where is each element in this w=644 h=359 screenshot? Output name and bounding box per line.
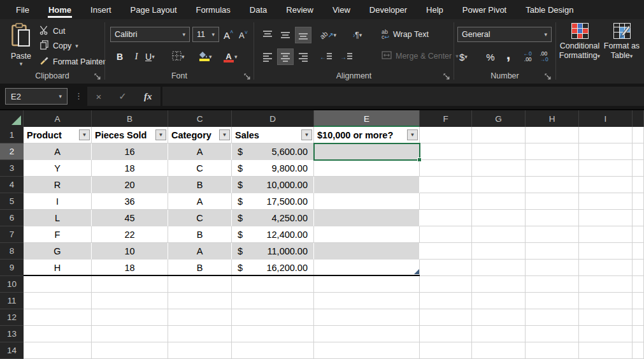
cell-C9[interactable]: B <box>168 260 232 276</box>
cell-E12[interactable] <box>314 309 420 326</box>
insert-function-icon[interactable]: fx <box>144 91 152 102</box>
cell-E9[interactable] <box>314 260 420 276</box>
menu-tab-file[interactable]: File <box>6 0 39 19</box>
cell-I2[interactable] <box>579 143 633 160</box>
cell-D3[interactable]: $9,800.00 <box>232 160 314 177</box>
conditional-formatting-button[interactable]: Conditional Formatting▾ <box>559 23 601 61</box>
cell-C11[interactable] <box>168 293 232 309</box>
cell-B13[interactable] <box>92 326 168 342</box>
alignment-dialog-launcher-icon[interactable] <box>443 71 452 80</box>
cut-button[interactable]: Cut <box>39 26 65 37</box>
cell-I8[interactable] <box>579 243 633 260</box>
cell-C13[interactable] <box>168 326 232 342</box>
row-header-3[interactable]: 3 <box>0 160 24 177</box>
name-box[interactable]: E2 ▾ <box>5 88 68 105</box>
cell-X14[interactable] <box>633 342 644 359</box>
cell-D11[interactable] <box>232 293 314 309</box>
cell-E7[interactable] <box>314 226 420 243</box>
cell-E14[interactable] <box>314 342 420 359</box>
cell-A1[interactable]: Product▼ <box>24 127 92 143</box>
cell-D5[interactable]: $17,500.00 <box>232 193 314 210</box>
cell-F4[interactable] <box>420 177 472 193</box>
row-header-1[interactable]: 1 <box>0 127 24 143</box>
row-header-4[interactable]: 4 <box>0 177 24 193</box>
cell-D8[interactable]: $11,000.00 <box>232 243 314 260</box>
cell-D6[interactable]: $4,250.00 <box>232 210 314 226</box>
cell-G10[interactable] <box>472 276 526 293</box>
cell-G4[interactable] <box>472 177 526 193</box>
cancel-icon[interactable]: × <box>96 91 102 102</box>
cell-H3[interactable] <box>526 160 579 177</box>
cell-X9[interactable] <box>633 260 644 276</box>
select-all-button[interactable] <box>0 110 24 127</box>
row-header-12[interactable]: 12 <box>0 309 24 326</box>
cell-X4[interactable] <box>633 177 644 193</box>
clipboard-dialog-launcher-icon[interactable] <box>94 71 103 80</box>
cell-A2[interactable]: A <box>24 143 92 160</box>
cell-F8[interactable] <box>420 243 472 260</box>
cell-G8[interactable] <box>472 243 526 260</box>
cell-H6[interactable] <box>526 210 579 226</box>
menu-tab-review[interactable]: Review <box>276 0 323 19</box>
row-header-9[interactable]: 9 <box>0 260 24 276</box>
cell-F12[interactable] <box>420 309 472 326</box>
cell-F10[interactable] <box>420 276 472 293</box>
cell-F11[interactable] <box>420 293 472 309</box>
center-button[interactable] <box>277 48 294 65</box>
italic-button[interactable]: I <box>128 48 145 65</box>
cell-A9[interactable]: H <box>24 260 92 276</box>
cell-D1[interactable]: Sales▼ <box>232 127 314 143</box>
cell-A8[interactable]: G <box>24 243 92 260</box>
decrease-font-size-button[interactable]: A˅ <box>237 27 250 43</box>
cell-I6[interactable] <box>579 210 633 226</box>
cell-C12[interactable] <box>168 309 232 326</box>
cell-F5[interactable] <box>420 193 472 210</box>
row-header-6[interactable]: 6 <box>0 210 24 226</box>
cell-I9[interactable] <box>579 260 633 276</box>
column-header-G[interactable]: G <box>472 110 526 127</box>
cell-G11[interactable] <box>472 293 526 309</box>
cell-D9[interactable]: $16,200.00 <box>232 260 314 276</box>
cell-E5[interactable] <box>314 193 420 210</box>
cell-X7[interactable] <box>633 226 644 243</box>
wrap-text-button[interactable]: abc↩ Wrap Text <box>382 29 429 40</box>
column-header-E[interactable]: E <box>314 110 420 127</box>
cell-H12[interactable] <box>526 309 579 326</box>
menu-tab-developer[interactable]: Developer <box>360 0 417 19</box>
cell-I4[interactable] <box>579 177 633 193</box>
cell-C1[interactable]: Category▼ <box>168 127 232 143</box>
cell-E10[interactable] <box>314 276 420 293</box>
filter-dropdown-icon[interactable]: ▼ <box>219 129 230 140</box>
cell-F6[interactable] <box>420 210 472 226</box>
row-header-13[interactable]: 13 <box>0 326 24 342</box>
cell-C4[interactable]: B <box>168 177 232 193</box>
cell-I7[interactable] <box>579 226 633 243</box>
cell-G7[interactable] <box>472 226 526 243</box>
text-direction-button[interactable]: › ¶ ▾ <box>351 27 364 43</box>
column-header-B[interactable]: B <box>92 110 168 127</box>
cell-A14[interactable] <box>24 342 92 359</box>
cell-F9[interactable] <box>420 260 472 276</box>
cell-X6[interactable] <box>633 210 644 226</box>
bold-button[interactable]: B <box>111 48 128 65</box>
cell-F7[interactable] <box>420 226 472 243</box>
cell-F2[interactable] <box>420 143 472 160</box>
cell-H13[interactable] <box>526 326 579 342</box>
orientation-button[interactable]: ab ↗ ▾ <box>318 27 338 43</box>
number-format-select[interactable]: General ▾ <box>457 27 552 42</box>
cell-F13[interactable] <box>420 326 472 342</box>
menu-tab-view[interactable]: View <box>323 0 360 19</box>
row-header-10[interactable]: 10 <box>0 276 24 293</box>
filter-dropdown-icon[interactable]: ▼ <box>79 129 90 140</box>
align-right-button[interactable] <box>295 48 311 65</box>
font-size-select[interactable]: 11 ▾ <box>192 27 219 42</box>
font-color-button[interactable]: A ▾ <box>221 48 240 65</box>
cell-X5[interactable] <box>633 193 644 210</box>
name-box-resizer-icon[interactable]: ⋮ <box>75 91 83 101</box>
bottom-align-button[interactable] <box>295 27 311 43</box>
cell-I12[interactable] <box>579 309 633 326</box>
cell-I14[interactable] <box>579 342 633 359</box>
top-align-button[interactable] <box>259 27 276 43</box>
font-dialog-launcher-icon[interactable] <box>244 71 252 80</box>
cell-G5[interactable] <box>472 193 526 210</box>
